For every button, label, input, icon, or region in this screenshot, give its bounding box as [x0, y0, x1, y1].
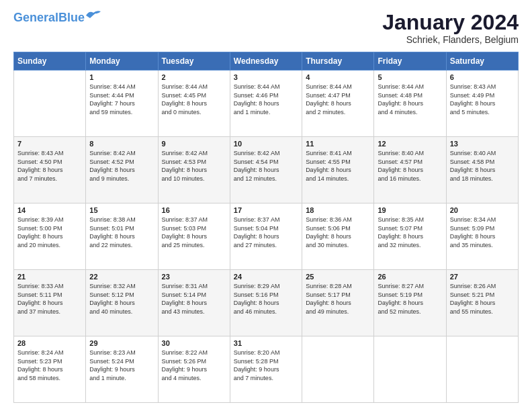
- day-info: Sunrise: 8:36 AM Sunset: 5:06 PM Dayligh…: [306, 216, 370, 249]
- day-info: Sunrise: 8:23 AM Sunset: 5:24 PM Dayligh…: [89, 349, 154, 382]
- day-info: Sunrise: 8:44 AM Sunset: 4:44 PM Dayligh…: [89, 83, 154, 116]
- day-info: Sunrise: 8:34 AM Sunset: 5:09 PM Dayligh…: [450, 216, 515, 249]
- day-info: Sunrise: 8:38 AM Sunset: 5:01 PM Dayligh…: [89, 216, 154, 249]
- day-info: Sunrise: 8:22 AM Sunset: 5:26 PM Dayligh…: [162, 349, 226, 382]
- day-number: 30: [162, 339, 226, 347]
- day-info: Sunrise: 8:43 AM Sunset: 4:49 PM Dayligh…: [450, 83, 515, 116]
- table-row: 28Sunrise: 8:24 AM Sunset: 5:23 PM Dayli…: [14, 336, 86, 403]
- table-row: 21Sunrise: 8:33 AM Sunset: 5:11 PM Dayli…: [14, 270, 86, 336]
- logo: GeneralBlue: [13, 11, 101, 25]
- day-number: 5: [378, 73, 442, 81]
- table-row: 2Sunrise: 8:44 AM Sunset: 4:45 PM Daylig…: [158, 71, 230, 137]
- day-info: Sunrise: 8:31 AM Sunset: 5:14 PM Dayligh…: [162, 282, 226, 316]
- day-number: 14: [17, 206, 82, 214]
- table-row: 8Sunrise: 8:42 AM Sunset: 4:52 PM Daylig…: [86, 137, 158, 203]
- header-row: Sunday Monday Tuesday Wednesday Thursday…: [14, 52, 519, 71]
- day-info: Sunrise: 8:44 AM Sunset: 4:48 PM Dayligh…: [378, 83, 442, 116]
- table-row: 15Sunrise: 8:38 AM Sunset: 5:01 PM Dayli…: [86, 203, 158, 270]
- day-info: Sunrise: 8:32 AM Sunset: 5:12 PM Dayligh…: [89, 282, 154, 316]
- table-row: 26Sunrise: 8:27 AM Sunset: 5:19 PM Dayli…: [374, 270, 446, 336]
- day-number: 1: [89, 73, 154, 81]
- table-row: 17Sunrise: 8:37 AM Sunset: 5:04 PM Dayli…: [230, 203, 302, 270]
- header: GeneralBlue January 2024 Schriek, Flande…: [13, 11, 519, 45]
- week-row-2: 14Sunrise: 8:39 AM Sunset: 5:00 PM Dayli…: [14, 203, 519, 270]
- day-info: Sunrise: 8:42 AM Sunset: 4:52 PM Dayligh…: [89, 149, 154, 183]
- day-number: 10: [234, 140, 298, 148]
- table-row: 18Sunrise: 8:36 AM Sunset: 5:06 PM Dayli…: [302, 203, 374, 270]
- day-number: 11: [306, 140, 370, 148]
- table-row: 5Sunrise: 8:44 AM Sunset: 4:48 PM Daylig…: [374, 71, 446, 137]
- day-info: Sunrise: 8:37 AM Sunset: 5:03 PM Dayligh…: [162, 216, 226, 249]
- day-info: Sunrise: 8:33 AM Sunset: 5:11 PM Dayligh…: [17, 282, 82, 316]
- day-info: Sunrise: 8:27 AM Sunset: 5:19 PM Dayligh…: [378, 282, 442, 316]
- week-row-3: 21Sunrise: 8:33 AM Sunset: 5:11 PM Dayli…: [14, 270, 519, 336]
- table-row: 3Sunrise: 8:44 AM Sunset: 4:46 PM Daylig…: [230, 71, 302, 137]
- table-row: 12Sunrise: 8:40 AM Sunset: 4:57 PM Dayli…: [374, 137, 446, 203]
- day-info: Sunrise: 8:35 AM Sunset: 5:07 PM Dayligh…: [378, 216, 442, 249]
- col-monday: Monday: [86, 52, 158, 71]
- table-row: 13Sunrise: 8:40 AM Sunset: 4:58 PM Dayli…: [446, 137, 518, 203]
- day-number: 9: [162, 140, 226, 148]
- day-number: 6: [450, 73, 515, 81]
- table-row: 30Sunrise: 8:22 AM Sunset: 5:26 PM Dayli…: [158, 336, 230, 403]
- day-number: 3: [234, 73, 298, 81]
- day-info: Sunrise: 8:20 AM Sunset: 5:28 PM Dayligh…: [234, 349, 298, 382]
- table-row: 23Sunrise: 8:31 AM Sunset: 5:14 PM Dayli…: [158, 270, 230, 336]
- day-info: Sunrise: 8:44 AM Sunset: 4:46 PM Dayligh…: [234, 83, 298, 116]
- day-number: 28: [17, 339, 82, 347]
- day-number: 31: [234, 339, 298, 347]
- day-number: 2: [162, 73, 226, 81]
- table-row: [446, 336, 518, 403]
- col-thursday: Thursday: [302, 52, 374, 71]
- day-number: 26: [378, 273, 442, 281]
- day-number: 27: [450, 273, 515, 281]
- day-info: Sunrise: 8:42 AM Sunset: 4:54 PM Dayligh…: [234, 149, 298, 183]
- table-row: [302, 336, 374, 403]
- day-number: 12: [378, 140, 442, 148]
- day-info: Sunrise: 8:26 AM Sunset: 5:21 PM Dayligh…: [450, 282, 515, 316]
- table-row: 22Sunrise: 8:32 AM Sunset: 5:12 PM Dayli…: [86, 270, 158, 336]
- page: GeneralBlue January 2024 Schriek, Flande…: [0, 0, 532, 411]
- table-row: 4Sunrise: 8:44 AM Sunset: 4:47 PM Daylig…: [302, 71, 374, 137]
- day-number: 16: [162, 206, 226, 214]
- table-row: 16Sunrise: 8:37 AM Sunset: 5:03 PM Dayli…: [158, 203, 230, 270]
- day-info: Sunrise: 8:43 AM Sunset: 4:50 PM Dayligh…: [17, 149, 82, 183]
- table-row: 25Sunrise: 8:28 AM Sunset: 5:17 PM Dayli…: [302, 270, 374, 336]
- calendar-table: Sunday Monday Tuesday Wednesday Thursday…: [13, 52, 519, 403]
- table-row: 11Sunrise: 8:41 AM Sunset: 4:55 PM Dayli…: [302, 137, 374, 203]
- day-number: 29: [89, 339, 154, 347]
- table-row: 20Sunrise: 8:34 AM Sunset: 5:09 PM Dayli…: [446, 203, 518, 270]
- day-number: 17: [234, 206, 298, 214]
- week-row-4: 28Sunrise: 8:24 AM Sunset: 5:23 PM Dayli…: [14, 336, 519, 403]
- week-row-0: 1Sunrise: 8:44 AM Sunset: 4:44 PM Daylig…: [14, 71, 519, 137]
- col-saturday: Saturday: [446, 52, 518, 71]
- col-sunday: Sunday: [14, 52, 86, 71]
- day-info: Sunrise: 8:29 AM Sunset: 5:16 PM Dayligh…: [234, 282, 298, 316]
- day-number: 13: [450, 140, 515, 148]
- day-number: 24: [234, 273, 298, 281]
- day-number: 4: [306, 73, 370, 81]
- table-row: [14, 71, 86, 137]
- day-info: Sunrise: 8:28 AM Sunset: 5:17 PM Dayligh…: [306, 282, 370, 316]
- col-tuesday: Tuesday: [158, 52, 230, 71]
- table-row: 6Sunrise: 8:43 AM Sunset: 4:49 PM Daylig…: [446, 71, 518, 137]
- day-number: 7: [17, 140, 82, 148]
- table-row: 19Sunrise: 8:35 AM Sunset: 5:07 PM Dayli…: [374, 203, 446, 270]
- day-info: Sunrise: 8:40 AM Sunset: 4:57 PM Dayligh…: [378, 149, 442, 183]
- day-info: Sunrise: 8:39 AM Sunset: 5:00 PM Dayligh…: [17, 216, 82, 249]
- table-row: 14Sunrise: 8:39 AM Sunset: 5:00 PM Dayli…: [14, 203, 86, 270]
- logo-bird-icon: [86, 10, 101, 21]
- table-row: 9Sunrise: 8:42 AM Sunset: 4:53 PM Daylig…: [158, 137, 230, 203]
- day-info: Sunrise: 8:44 AM Sunset: 4:45 PM Dayligh…: [162, 83, 226, 116]
- day-number: 15: [89, 206, 154, 214]
- day-info: Sunrise: 8:37 AM Sunset: 5:04 PM Dayligh…: [234, 216, 298, 249]
- day-info: Sunrise: 8:41 AM Sunset: 4:55 PM Dayligh…: [306, 149, 370, 183]
- day-number: 8: [89, 140, 154, 148]
- day-info: Sunrise: 8:44 AM Sunset: 4:47 PM Dayligh…: [306, 83, 370, 116]
- day-number: 22: [89, 273, 154, 281]
- day-number: 19: [378, 206, 442, 214]
- title-block: January 2024 Schriek, Flanders, Belgium: [382, 11, 519, 45]
- table-row: [374, 336, 446, 403]
- day-info: Sunrise: 8:40 AM Sunset: 4:58 PM Dayligh…: [450, 149, 515, 183]
- table-row: 29Sunrise: 8:23 AM Sunset: 5:24 PM Dayli…: [86, 336, 158, 403]
